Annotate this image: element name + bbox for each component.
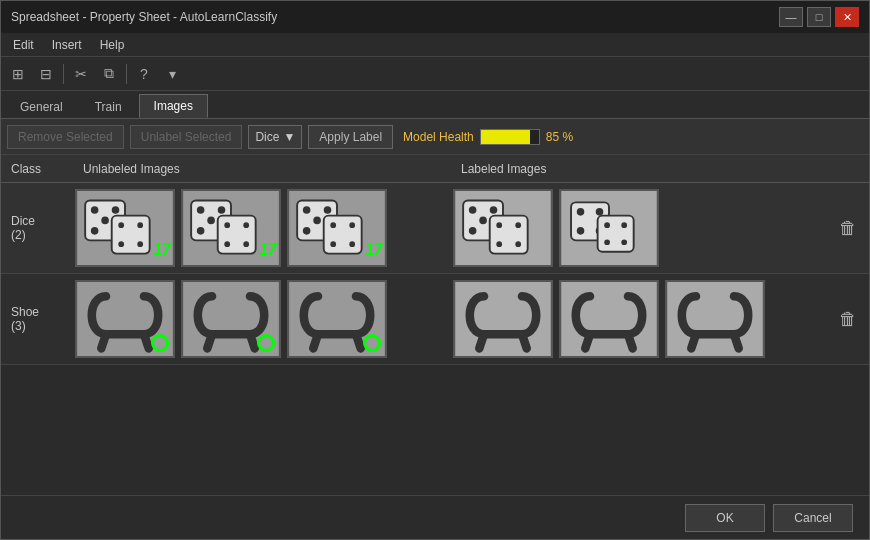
unlabeled-dice-image-3[interactable]: 17 [287, 189, 387, 267]
table-row: Dice (2) [1, 183, 869, 274]
header-labeled: Labeled Images [453, 162, 831, 176]
tabs-bar: General Train Images [1, 91, 869, 119]
svg-point-14 [197, 206, 205, 214]
toolbar-icon-extra[interactable]: ▾ [159, 61, 185, 87]
labeled-dice-image-2[interactable] [559, 189, 659, 267]
main-window: Spreadsheet - Property Sheet - AutoLearn… [0, 0, 870, 540]
unlabeled-dice-image-2[interactable]: 17 [181, 189, 281, 267]
window-title: Spreadsheet - Property Sheet - AutoLearn… [11, 10, 277, 24]
labeled-dice-image-1[interactable] [453, 189, 553, 267]
class-label-shoe: Shoe (3) [5, 305, 75, 333]
dropdown-value: Dice [255, 130, 279, 144]
svg-line-60 [101, 334, 106, 348]
menu-edit[interactable]: Edit [5, 36, 42, 54]
apply-label-button[interactable]: Apply Label [308, 125, 393, 149]
unlabeled-shoe-image-3[interactable] [287, 280, 387, 358]
svg-point-21 [243, 222, 249, 228]
model-health: Model Health 85 % [403, 129, 573, 145]
svg-point-34 [330, 241, 336, 247]
images-table: Class Unlabeled Images Labeled Images Di… [1, 155, 869, 495]
action-bar: Remove Selected Unlabel Selected Dice ▼ … [1, 119, 869, 155]
toolbar-icon-4[interactable]: ⧉ [96, 61, 122, 87]
tab-general[interactable]: General [5, 95, 78, 118]
svg-point-42 [479, 217, 487, 225]
unlabeled-shoe-image-2[interactable] [181, 280, 281, 358]
svg-point-55 [604, 222, 610, 228]
svg-point-38 [469, 206, 477, 214]
toolbar: ⊞ ⊟ ✂ ⧉ ? ▾ [1, 57, 869, 91]
svg-line-67 [356, 334, 361, 348]
content-area: Class Unlabeled Images Labeled Images Di… [1, 155, 869, 495]
svg-point-9 [137, 222, 143, 228]
unlabeled-dice-image-1[interactable]: 17 [75, 189, 175, 267]
svg-point-3 [112, 206, 120, 214]
dice-row-action: 🗑 [831, 215, 865, 241]
svg-line-63 [207, 334, 212, 348]
health-bar-fill [481, 130, 530, 144]
model-health-label: Model Health [403, 130, 474, 144]
svg-rect-31 [324, 216, 362, 254]
remove-selected-button[interactable]: Remove Selected [7, 125, 124, 149]
header-unlabeled: Unlabeled Images [75, 162, 453, 176]
trash-icon-shoe[interactable]: 🗑 [837, 306, 859, 332]
class-dropdown[interactable]: Dice ▼ [248, 125, 302, 149]
svg-point-23 [243, 241, 249, 247]
toolbar-icon-3[interactable]: ✂ [68, 61, 94, 87]
labeled-shoe-images [453, 280, 831, 358]
green-circle-indicator-2 [257, 334, 275, 352]
labeled-shoe-image-2[interactable] [559, 280, 659, 358]
minimize-button[interactable]: — [779, 7, 803, 27]
svg-point-47 [515, 241, 521, 247]
cancel-button[interactable]: Cancel [773, 504, 853, 532]
svg-point-16 [197, 227, 205, 235]
table-header: Class Unlabeled Images Labeled Images [1, 155, 869, 183]
trash-icon-dice[interactable]: 🗑 [837, 215, 859, 241]
svg-rect-43 [490, 216, 528, 254]
toolbar-icon-2[interactable]: ⊟ [33, 61, 59, 87]
svg-line-72 [585, 334, 590, 348]
toolbar-icon-1[interactable]: ⊞ [5, 61, 31, 87]
svg-point-52 [577, 227, 585, 235]
svg-line-75 [691, 334, 696, 348]
svg-point-50 [577, 208, 585, 216]
svg-point-18 [207, 217, 215, 225]
svg-point-8 [118, 222, 124, 228]
toolbar-separator-1 [63, 64, 64, 84]
svg-point-56 [621, 222, 627, 228]
svg-rect-19 [218, 216, 256, 254]
labeled-dice-images [453, 189, 831, 267]
unlabeled-shoe-images [75, 280, 453, 358]
svg-point-51 [596, 208, 604, 216]
window-controls: — □ ✕ [779, 7, 859, 27]
tab-images[interactable]: Images [139, 94, 208, 118]
title-bar: Spreadsheet - Property Sheet - AutoLearn… [1, 1, 869, 33]
menu-help[interactable]: Help [92, 36, 133, 54]
svg-point-45 [515, 222, 521, 228]
dice-badge-1: 17 [153, 241, 171, 259]
menu-bar: Edit Insert Help [1, 33, 869, 57]
menu-insert[interactable]: Insert [44, 36, 90, 54]
svg-point-26 [303, 206, 311, 214]
close-button[interactable]: ✕ [835, 7, 859, 27]
svg-point-57 [604, 239, 610, 245]
labeled-shoe-image-3[interactable] [665, 280, 765, 358]
header-class: Class [5, 162, 75, 176]
svg-point-20 [224, 222, 230, 228]
maximize-button[interactable]: □ [807, 7, 831, 27]
svg-line-64 [250, 334, 255, 348]
labeled-shoe-image-1[interactable] [453, 280, 553, 358]
tab-train[interactable]: Train [80, 95, 137, 118]
svg-point-40 [469, 227, 477, 235]
svg-point-39 [490, 206, 498, 214]
toolbar-icon-help[interactable]: ? [131, 61, 157, 87]
unlabel-selected-button[interactable]: Unlabel Selected [130, 125, 243, 149]
footer: OK Cancel [1, 495, 869, 539]
unlabeled-shoe-image-1[interactable] [75, 280, 175, 358]
ok-button[interactable]: OK [685, 504, 765, 532]
class-label-dice: Dice (2) [5, 214, 75, 242]
green-circle-indicator-1 [151, 334, 169, 352]
svg-point-28 [303, 227, 311, 235]
svg-point-2 [91, 206, 99, 214]
svg-point-22 [224, 241, 230, 247]
dice-badge-3: 17 [365, 241, 383, 259]
